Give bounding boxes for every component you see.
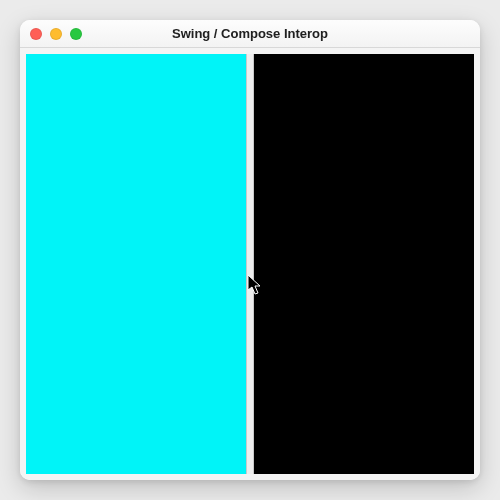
maximize-icon[interactable] [70, 28, 82, 40]
split-divider[interactable] [246, 54, 254, 474]
window-controls [30, 28, 82, 40]
left-panel[interactable] [26, 54, 246, 474]
app-window: Swing / Compose Interop [20, 20, 480, 480]
window-title: Swing / Compose Interop [20, 26, 480, 41]
right-panel[interactable] [254, 54, 474, 474]
titlebar[interactable]: Swing / Compose Interop [20, 20, 480, 48]
content-area [20, 48, 480, 480]
close-icon[interactable] [30, 28, 42, 40]
minimize-icon[interactable] [50, 28, 62, 40]
